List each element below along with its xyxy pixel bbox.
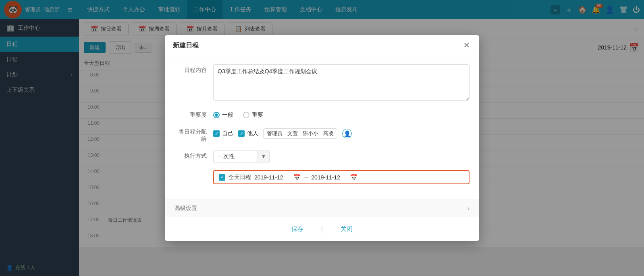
start-date-input[interactable] [254,174,291,181]
new-schedule-modal: 新建日程 ✕ 日程内容 Q3季度工作总结及Q4季度工作规划会议 重要度 [165,35,479,241]
self-checkbox-box: ✓ [213,130,220,137]
modal-title: 新建日程 [173,41,199,50]
assign-controls: ✓ 自己 ✓ 他人 管理员 文萱 陈小小 [213,126,469,139]
close-button[interactable]: 关闭 [332,223,361,235]
modal-body: 日程内容 Q3季度工作总结及Q4季度工作规划会议 重要度 一般 [165,56,479,200]
radio-general-label: 一般 [222,111,233,119]
execution-select[interactable]: 一次性 ▼ [213,150,270,163]
content-input[interactable]: Q3季度工作总结及Q4季度工作规划会议 [213,64,469,101]
date-separator: -- [304,174,308,181]
assignee-tags: 管理员 文萱 陈小小 高凌 [263,128,337,139]
content-row: 日程内容 Q3季度工作总结及Q4季度工作规划会议 [175,64,469,102]
dropdown-arrow-icon[interactable]: ▼ [258,151,269,162]
radio-important[interactable]: 重要 [243,111,263,119]
content-label: 日程内容 [175,64,207,74]
execution-control: 一次性 ▼ [213,150,469,163]
assignee-3: 高凌 [323,130,334,137]
others-checkbox[interactable]: ✓ 他人 [238,130,258,137]
others-checkbox-box: ✓ [238,130,245,137]
radio-general[interactable]: 一般 [213,111,233,119]
chevron-right-icon: › [467,205,469,212]
importance-label: 重要度 [175,109,207,119]
self-label: 自己 [222,130,233,137]
execution-label: 执行方式 [175,150,207,160]
assign-label: 将日程分配给 [175,126,207,143]
add-user-button[interactable]: 👤 [342,129,352,138]
allday-spacer [175,170,207,173]
radio-important-label: 重要 [252,111,263,119]
radio-general-circle [213,112,220,118]
end-date-group: 📅 [311,173,358,181]
modal-header: 新建日程 ✕ [165,35,479,56]
start-calendar-icon[interactable]: 📅 [293,173,301,181]
modal-overlay[interactable]: 新建日程 ✕ 日程内容 Q3季度工作总结及Q4季度工作规划会议 重要度 [0,0,644,276]
end-calendar-icon[interactable]: 📅 [350,173,358,181]
allday-form-row: ✓ 全天日程 📅 -- 📅 [175,170,469,184]
assignee-2: 陈小小 [303,130,318,137]
assignee-1: 文萱 [287,130,298,137]
assign-row: 将日程分配给 ✓ 自己 ✓ 他人 管理员 [175,126,469,143]
others-label: 他人 [247,130,258,137]
self-checkbox[interactable]: ✓ 自己 [213,130,233,137]
start-date-group: 📅 [254,173,301,181]
modal-footer: 保存 | 关闭 [165,217,479,241]
allday-date-section: ✓ 全天日程 📅 -- 📅 [213,170,469,184]
execution-row: 执行方式 一次性 ▼ [175,150,469,163]
content-control: Q3季度工作总结及Q4季度工作规划会议 [213,64,469,102]
radio-important-circle [243,112,249,118]
save-button[interactable]: 保存 [283,223,312,235]
allday-label: 全天日程 [229,174,251,181]
advanced-section: 高级设置 › [165,200,479,217]
assign-control: ✓ 自己 ✓ 他人 管理员 文萱 陈小小 [213,126,469,139]
assignee-0: 管理员 [267,130,283,137]
importance-control: 一般 重要 [213,109,469,119]
radio-group: 一般 重要 [213,109,469,119]
footer-divider: | [321,225,323,233]
end-date-input[interactable] [311,174,347,181]
allday-checkbox[interactable]: ✓ [219,174,225,181]
advanced-settings-toggle[interactable]: 高级设置 › [165,200,479,217]
allday-control: ✓ 全天日程 📅 -- 📅 [213,170,469,184]
importance-row: 重要度 一般 重要 [175,109,469,119]
modal-close-button[interactable]: ✕ [461,41,471,50]
advanced-label: 高级设置 [175,205,197,212]
execution-value: 一次性 [214,150,258,163]
